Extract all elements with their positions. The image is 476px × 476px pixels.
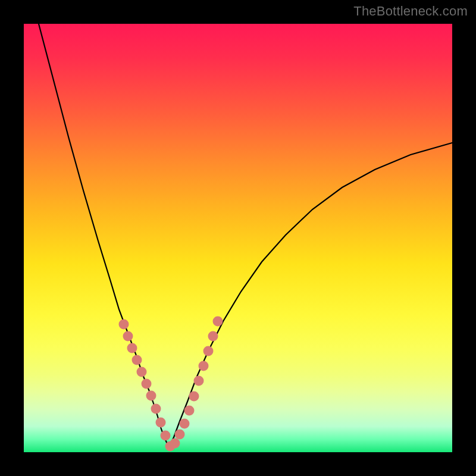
chart-frame: TheBottleneck.com xyxy=(0,0,476,476)
curve-right xyxy=(169,143,452,447)
bead-marker xyxy=(199,361,209,371)
bead-marker xyxy=(208,331,218,342)
bead-marker xyxy=(119,320,129,330)
bead-marker xyxy=(184,406,195,416)
bead-marker xyxy=(127,343,137,353)
bead-marker xyxy=(175,430,185,440)
plot-area xyxy=(24,24,452,452)
watermark-text: TheBottleneck.com xyxy=(353,4,468,19)
bead-marker xyxy=(123,331,133,342)
bead-marker xyxy=(203,346,214,356)
bead-marker xyxy=(213,317,223,327)
bead-marker xyxy=(132,355,142,365)
bead-marker xyxy=(161,431,171,441)
bead-marker xyxy=(137,367,147,377)
bead-markers xyxy=(119,317,223,452)
bead-marker xyxy=(146,391,156,401)
bead-marker xyxy=(194,376,204,386)
bead-marker xyxy=(180,419,190,429)
curve-layer xyxy=(24,24,452,452)
bead-marker xyxy=(189,392,199,402)
bead-marker xyxy=(156,418,166,428)
bead-marker xyxy=(142,379,152,389)
bead-marker xyxy=(151,404,161,414)
bead-marker xyxy=(170,439,180,449)
